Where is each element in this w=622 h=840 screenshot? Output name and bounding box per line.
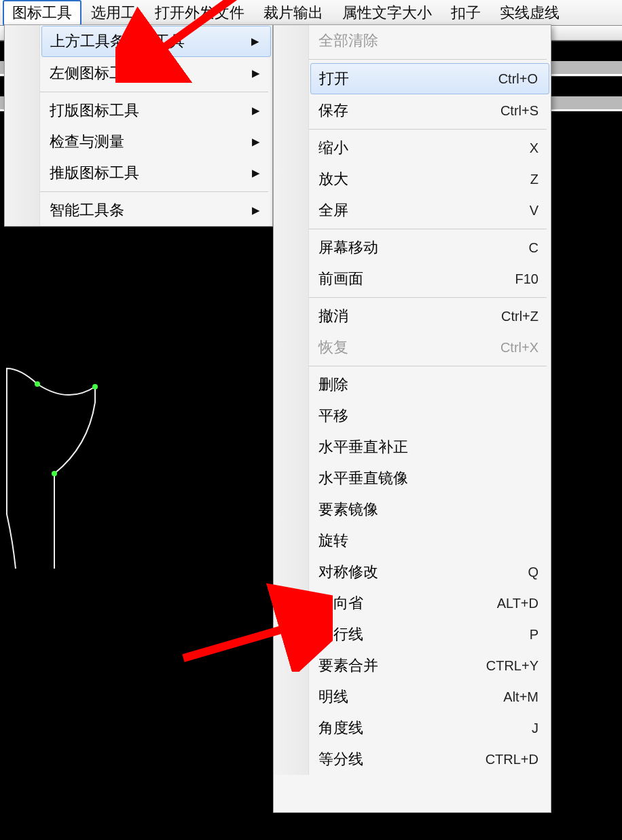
submenu-item-smart-toolbar[interactable]: 智能工具条 ▶: [40, 195, 272, 226]
submenu2-item[interactable]: 屏幕移动C: [309, 232, 551, 263]
submenu2-label: 放大: [318, 169, 464, 189]
submenu2-shortcut: Alt+M: [464, 689, 538, 705]
submenu2-item[interactable]: 全屏V: [309, 195, 551, 226]
submenu2-label: 保存: [318, 100, 464, 121]
submenu2-item[interactable]: 角度线J: [309, 712, 551, 744]
submenu2-shortcut: ALT+D: [464, 596, 538, 611]
submenu2-item[interactable]: 撤消Ctrl+Z: [309, 301, 551, 332]
svg-point-2: [52, 471, 57, 476]
submenu2-label: 全部清除: [318, 31, 464, 51]
chevron-right-icon: ▶: [252, 167, 260, 179]
chevron-right-icon: ▶: [251, 35, 259, 47]
submenu2-label: 恢复: [318, 337, 464, 358]
submenu2-shortcut: J: [464, 721, 538, 736]
submenu2-item[interactable]: 打开Ctrl+O: [310, 63, 549, 94]
submenu2-item[interactable]: 恢复Ctrl+X: [309, 332, 551, 363]
submenu2-label: 全屏: [318, 200, 464, 221]
submenu2-label: 要素镜像: [318, 499, 464, 520]
submenu2-item[interactable]: 明线Alt+M: [309, 681, 551, 712]
submenu2-shortcut: Ctrl+Z: [464, 309, 538, 324]
submenu2-label: 角度线: [318, 718, 464, 738]
chevron-right-icon: ▶: [252, 204, 260, 216]
submenu2-shortcut: Q: [464, 565, 538, 580]
svg-point-0: [35, 381, 40, 387]
submenu2-item[interactable]: 保存Ctrl+S: [309, 95, 551, 126]
submenu-item-grading[interactable]: 推版图标工具 ▶: [40, 157, 272, 189]
submenu-label: 左侧图标工具: [50, 63, 252, 83]
submenu-label: 智能工具条: [50, 200, 252, 221]
menu-open-file[interactable]: 打开外发文件: [145, 0, 254, 26]
submenu2-shortcut: F10: [464, 271, 538, 287]
submenu2-item[interactable]: 水平垂直镜像: [309, 463, 551, 494]
submenu-item-inspect[interactable]: 检查与测量 ▶: [40, 126, 272, 157]
submenu-label: 推版图标工具: [50, 163, 252, 183]
submenu2-label: 打开: [319, 69, 463, 89]
chevron-right-icon: ▶: [252, 136, 260, 148]
menu-button[interactable]: 扣子: [441, 0, 490, 26]
submenu2-label: 旋转: [318, 531, 464, 551]
menu-attr-text-size[interactable]: 属性文字大小: [333, 0, 441, 26]
submenu2-item[interactable]: 旋转: [309, 525, 551, 556]
submenu2-label: 水平垂直补正: [318, 437, 464, 457]
submenu2-item[interactable]: 平移: [309, 400, 551, 432]
submenu2-shortcut: CTRL+D: [464, 752, 538, 767]
submenu2-label: 等分线: [318, 749, 464, 769]
submenu2-label: 单向省: [318, 593, 464, 613]
submenu-label: 上方工具条图标工具: [50, 31, 251, 52]
submenu-icon-tools: 上方工具条图标工具 ▶ 左侧图标工具 ▶ 打版图标工具 ▶ 检查与测量 ▶ 推版…: [4, 24, 273, 227]
submenu2-label: 缩小: [318, 138, 464, 158]
submenu2-label: 水平垂直镜像: [318, 468, 464, 489]
submenu2-item[interactable]: 要素镜像: [309, 494, 551, 525]
submenu-label: 打版图标工具: [50, 100, 252, 121]
submenu2-shortcut: Ctrl+O: [463, 71, 538, 87]
submenu2-shortcut: Ctrl+X: [464, 340, 538, 356]
submenu2-item[interactable]: 缩小X: [309, 132, 551, 164]
submenu2-item[interactable]: 要素合并CTRL+Y: [309, 650, 551, 681]
chevron-right-icon: ▶: [252, 104, 260, 117]
submenu2-shortcut: P: [464, 627, 538, 643]
submenu2-label: 前画面: [318, 269, 464, 289]
submenu2-item[interactable]: 对称修改Q: [309, 556, 551, 588]
submenu-top-toolbar-items: 全部清除打开Ctrl+O保存Ctrl+S缩小X放大Z全屏V屏幕移动C前画面F10…: [273, 24, 551, 813]
submenu2-label: 平移: [318, 406, 464, 426]
submenu2-item[interactable]: 等分线CTRL+D: [309, 744, 551, 775]
menu-line-dash[interactable]: 实线虚线: [490, 0, 569, 26]
svg-point-1: [92, 384, 98, 389]
submenu2-label: 对称修改: [318, 562, 464, 582]
menu-icon-tools[interactable]: 图标工具: [3, 0, 81, 26]
submenu2-item[interactable]: 删除: [309, 369, 551, 400]
submenu2-shortcut: X: [464, 140, 538, 156]
submenu2-label: 平行线: [318, 624, 464, 645]
submenu2-label: 删除: [318, 375, 464, 395]
submenu2-item[interactable]: 前画面F10: [309, 263, 551, 294]
submenu-item-top-toolbar[interactable]: 上方工具条图标工具 ▶: [41, 26, 271, 57]
submenu2-label: 明线: [318, 687, 464, 707]
submenu2-label: 要素合并: [318, 655, 464, 676]
submenu-label: 检查与测量: [50, 132, 252, 152]
submenu2-shortcut: Z: [464, 172, 538, 187]
submenu2-item[interactable]: 放大Z: [309, 164, 551, 195]
submenu2-label: 撤消: [318, 306, 464, 326]
submenu2-shortcut: CTRL+Y: [464, 658, 538, 674]
submenu2-label: 屏幕移动: [318, 237, 464, 258]
menubar: 图标工具 选用工 打开外发文件 裁片输出 属性文字大小 扣子 实线虚线: [0, 0, 622, 26]
submenu2-item[interactable]: 单向省ALT+D: [309, 588, 551, 619]
submenu2-shortcut: C: [464, 240, 538, 256]
submenu-item-pattern-tools[interactable]: 打版图标工具 ▶: [40, 95, 272, 126]
submenu-item-left-toolbar[interactable]: 左侧图标工具 ▶: [40, 58, 272, 89]
submenu2-shortcut: V: [464, 203, 538, 218]
submenu2-item[interactable]: 水平垂直补正: [309, 432, 551, 463]
menu-piece-output[interactable]: 裁片输出: [254, 0, 333, 26]
menu-select-tool[interactable]: 选用工: [81, 0, 145, 26]
chevron-right-icon: ▶: [252, 67, 260, 79]
submenu2-item[interactable]: 全部清除: [309, 25, 551, 56]
submenu2-shortcut: Ctrl+S: [464, 103, 538, 119]
submenu2-item[interactable]: 平行线P: [309, 619, 551, 650]
